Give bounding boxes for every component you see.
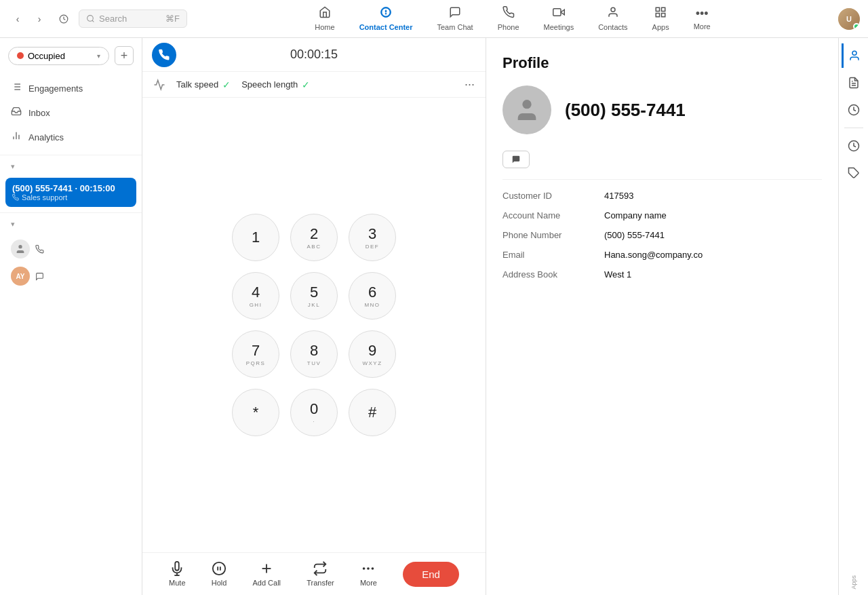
dial-key-3[interactable]: 3 DEF xyxy=(349,214,396,261)
profile-row-customer-id: Customer ID 417593 xyxy=(502,191,822,201)
phone-number-label: Phone Number xyxy=(502,230,591,240)
user-avatar[interactable]: U xyxy=(838,8,860,30)
dial-key-4[interactable]: 4 GHI xyxy=(232,272,279,320)
nav-forward-button[interactable]: › xyxy=(30,9,49,28)
contact-item-ay[interactable]: AY xyxy=(5,263,136,290)
dial-key-6-main: 6 xyxy=(368,284,376,301)
home-label: Home xyxy=(315,23,334,31)
engagements-label: Engagements xyxy=(28,83,83,94)
profile-tag-button[interactable] xyxy=(502,151,530,168)
svg-rect-6 xyxy=(656,7,659,11)
inbox-label: Inbox xyxy=(28,108,50,118)
dial-key-star[interactable]: * xyxy=(232,389,279,436)
dial-key-8-sub: TUV xyxy=(307,360,321,366)
contact-ay-icons xyxy=(35,272,44,281)
dial-key-0[interactable]: 0 · xyxy=(290,389,338,436)
speech-length-check-icon: ✓ xyxy=(302,79,310,90)
call-timer: 00:00:15 xyxy=(290,47,338,62)
dial-key-5-sub: JKL xyxy=(308,302,320,308)
dial-key-5[interactable]: 5 JKL xyxy=(290,272,338,320)
nav-right: U xyxy=(838,8,860,30)
main-layout: Occupied ▾ + Engagements Inbox xyxy=(0,38,868,595)
status-bar: Occupied ▾ + xyxy=(0,38,142,73)
contact-item-person[interactable] xyxy=(5,235,136,263)
customer-id-value: 417593 xyxy=(604,191,633,201)
dial-key-hash-main: # xyxy=(368,404,376,421)
nav-item-apps[interactable]: Apps xyxy=(642,3,680,34)
dial-key-star-main: * xyxy=(253,404,259,421)
mute-button[interactable]: Mute xyxy=(169,561,185,587)
nav-item-more[interactable]: ••• More xyxy=(683,4,722,33)
end-button[interactable]: End xyxy=(403,562,459,587)
dial-key-1[interactable]: 1 xyxy=(232,214,279,261)
action-profile-button[interactable] xyxy=(842,43,866,68)
dial-key-2[interactable]: 2 ABC xyxy=(290,214,338,261)
dial-key-0-sub: · xyxy=(313,419,315,425)
dial-key-9[interactable]: 9 WXYZ xyxy=(349,330,396,378)
nav-item-home[interactable]: Home xyxy=(304,3,345,34)
status-dropdown[interactable]: Occupied ▾ xyxy=(8,47,109,65)
svg-rect-4 xyxy=(553,9,561,16)
mute-label: Mute xyxy=(169,579,185,587)
more-controls-label: More xyxy=(360,579,377,587)
more-controls-icon xyxy=(361,561,376,576)
transfer-button[interactable]: Transfer xyxy=(307,561,334,587)
transfer-icon xyxy=(313,561,328,576)
action-notes-button[interactable] xyxy=(842,71,866,95)
action-history-button[interactable] xyxy=(842,98,866,122)
talk-speed-label: Talk speed xyxy=(176,79,218,90)
search-bar[interactable]: Search ⌘F xyxy=(79,9,187,28)
sidebar-item-analytics[interactable]: Analytics xyxy=(0,125,142,149)
dial-key-0-main: 0 xyxy=(310,400,318,418)
tag-icon xyxy=(511,155,521,164)
active-call-queue-name: Sales support xyxy=(22,193,67,201)
more-label: More xyxy=(694,22,711,31)
sidebar-item-inbox[interactable]: Inbox xyxy=(0,100,142,125)
apps-icon xyxy=(654,6,667,22)
dial-key-1-main: 1 xyxy=(252,229,260,246)
contact-phone-icon xyxy=(35,245,44,254)
customer-id-label: Customer ID xyxy=(502,191,591,201)
active-call-item[interactable]: (500) 555-7441 · 00:15:00 Sales support xyxy=(5,178,136,207)
profile-avatar xyxy=(502,85,551,134)
left-sidebar: Occupied ▾ + Engagements Inbox xyxy=(0,38,142,595)
nav-back-button[interactable]: ‹ xyxy=(8,9,27,28)
nav-item-team-chat[interactable]: Team Chat xyxy=(426,3,484,34)
dial-key-8[interactable]: 8 TUV xyxy=(290,330,338,378)
dial-key-6[interactable]: 6 MNO xyxy=(349,272,396,320)
more-controls-button[interactable]: More xyxy=(360,561,377,587)
svg-point-27 xyxy=(363,567,366,570)
dial-key-hash[interactable]: # xyxy=(349,389,396,436)
profile-fields: Customer ID 417593 Account Name Company … xyxy=(502,191,822,280)
add-button[interactable]: + xyxy=(115,46,134,65)
dial-key-3-main: 3 xyxy=(368,225,376,243)
speech-more-button[interactable]: ··· xyxy=(465,77,475,92)
action-divider xyxy=(844,128,863,128)
nav-item-phone[interactable]: Phone xyxy=(487,3,530,34)
add-call-button[interactable]: Add Call xyxy=(252,561,281,587)
action-tag-button[interactable] xyxy=(842,161,866,185)
dial-key-7[interactable]: 7 PQRS xyxy=(232,330,279,378)
contact-icons xyxy=(35,245,44,254)
status-dot xyxy=(17,52,24,59)
divider-2 xyxy=(0,212,142,213)
hold-button[interactable]: Hold xyxy=(212,561,227,587)
sidebar-item-engagements[interactable]: Engagements xyxy=(0,76,142,100)
nav-item-meetings[interactable]: Meetings xyxy=(533,3,585,34)
section-toggle-1[interactable]: ▾ xyxy=(0,158,142,175)
nav-item-contact-center[interactable]: Contact Center xyxy=(349,3,424,34)
nav-arrows: ‹ › xyxy=(8,9,49,28)
address-book-value: West 1 xyxy=(604,269,631,280)
profile-row-address-book: Address Book West 1 xyxy=(502,269,822,280)
dial-key-2-sub: ABC xyxy=(307,244,321,250)
contact-center-label: Contact Center xyxy=(359,23,413,31)
nav-history-button[interactable] xyxy=(54,9,73,28)
action-clock-button[interactable] xyxy=(842,134,866,158)
speech-length: Speech length ✓ xyxy=(241,79,310,90)
action-clock-icon xyxy=(848,140,860,152)
team-chat-label: Team Chat xyxy=(437,23,473,31)
right-action-bar: Apps xyxy=(838,38,868,595)
profile-panel: Profile (500) 555-7441 Customer ID 41759… xyxy=(486,38,838,595)
nav-item-contacts[interactable]: Contacts xyxy=(587,3,638,34)
section-toggle-2[interactable]: ▾ xyxy=(0,216,142,233)
